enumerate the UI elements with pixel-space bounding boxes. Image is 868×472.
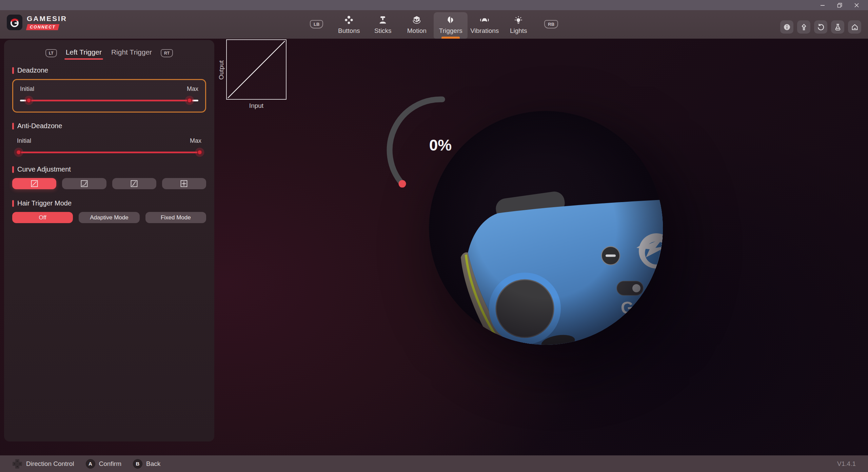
gauge-position-dot: [399, 180, 406, 188]
dpad-buttons-icon: [344, 15, 354, 25]
trigger-tab-bar: LT Left Trigger Right Trigger RT: [12, 40, 206, 59]
deadzone-highlight-box: Initial Max: [12, 79, 206, 113]
hair-trigger-section-title: Hair Trigger Mode: [12, 199, 206, 207]
hair-trigger-off-button[interactable]: Off: [12, 212, 73, 223]
section-marker: [12, 166, 14, 173]
response-curve-graph: Output Input: [218, 39, 287, 110]
tab-right-trigger[interactable]: Right Trigger: [111, 47, 153, 59]
tab-motion[interactable]: Motion: [400, 12, 434, 39]
brand-name: GAMESIR: [27, 15, 67, 23]
lt-badge: LT: [45, 49, 57, 57]
tab-vibrations[interactable]: Vibrations: [468, 12, 501, 39]
controller-render: G: [429, 111, 663, 345]
graph-x-axis-label: Input: [226, 102, 287, 110]
lab-test-button[interactable]: [831, 20, 844, 34]
anti-deadzone-max-handle[interactable]: [197, 150, 202, 155]
gamesir-logo: GAMESIR CONNECT: [7, 15, 67, 30]
minimize-button[interactable]: [819, 2, 826, 8]
section-label: Curve Adjustment: [17, 165, 71, 173]
rt-badge: RT: [161, 49, 173, 57]
triggers-icon: [446, 15, 455, 25]
tab-sticks[interactable]: Sticks: [366, 12, 400, 39]
tab-lights[interactable]: Lights: [501, 12, 535, 39]
info-button[interactable]: [780, 20, 793, 34]
tab-label: Triggers: [439, 27, 462, 35]
anti-deadzone-slider[interactable]: [16, 149, 202, 155]
hair-trigger-fixed-button[interactable]: Fixed Mode: [145, 212, 206, 223]
deadzone-initial-handle[interactable]: [26, 98, 32, 103]
curve-section-title: Curve Adjustment: [12, 165, 206, 173]
deadzone-section-title: Deadzone: [12, 66, 206, 74]
initial-label: Initial: [17, 137, 31, 144]
initial-label: Initial: [20, 85, 34, 93]
tab-label: Vibrations: [470, 27, 499, 35]
hint-label: Confirm: [99, 460, 122, 468]
light-bulb-icon: [514, 15, 523, 25]
max-label: Max: [187, 85, 198, 93]
hint-label: Back: [146, 460, 160, 468]
deadzone-slider-labels: Initial Max: [20, 85, 198, 93]
tab-left-trigger[interactable]: Left Trigger: [65, 47, 102, 59]
section-label: Anti-Deadzone: [17, 122, 62, 130]
firmware-update-button[interactable]: [797, 20, 810, 34]
close-button[interactable]: [853, 2, 860, 8]
hint-label: Direction Control: [26, 460, 74, 468]
main-nav: LB Buttons Sticks: [301, 12, 567, 39]
lb-badge: LB: [310, 20, 323, 28]
section-marker: [12, 67, 14, 74]
section-label: Hair Trigger Mode: [17, 199, 72, 207]
header-actions: [780, 20, 861, 34]
tab-buttons[interactable]: Buttons: [332, 12, 366, 39]
graph-plot-area: Input: [226, 39, 287, 110]
deadzone-max-handle[interactable]: [187, 98, 192, 103]
graph-plot: [226, 39, 287, 100]
trigger-settings-panel: LT Left Trigger Right Trigger RT Deadzon…: [4, 40, 214, 441]
app-header: GAMESIR CONNECT LB Buttons Sticks: [0, 10, 868, 39]
tab-label: Buttons: [338, 27, 360, 35]
curve-ease-button[interactable]: [62, 178, 106, 189]
anti-deadzone-slider-track[interactable]: [16, 152, 202, 153]
vibration-icon: [479, 15, 490, 25]
tab-label: Lights: [510, 27, 527, 35]
anti-deadzone-initial-handle[interactable]: [16, 150, 21, 155]
curve-linear-button[interactable]: [12, 178, 56, 189]
section-marker: [12, 200, 14, 207]
brand-subtitle: CONNECT: [26, 24, 59, 30]
hair-trigger-options-row: Off Adaptive Mode Fixed Mode: [12, 212, 206, 223]
curve-options-row: [12, 178, 206, 189]
home-button[interactable]: [848, 20, 861, 34]
section-label: Deadzone: [17, 66, 48, 74]
curve-custom-button[interactable]: [162, 178, 206, 189]
deadzone-slider[interactable]: [20, 97, 198, 103]
restore-button[interactable]: [836, 2, 843, 8]
controller-preview: G: [429, 111, 663, 345]
deadzone-slider-track[interactable]: [20, 100, 198, 101]
app-version: V1.4.1: [837, 460, 856, 468]
window-titlebar: [0, 0, 868, 10]
joystick-icon: [378, 15, 388, 25]
hint-direction-control: Direction Control: [12, 459, 74, 469]
motion-cube-icon: [412, 15, 421, 25]
anti-deadzone-section-title: Anti-Deadzone: [12, 122, 206, 130]
a-button-badge: A: [86, 459, 95, 469]
reset-button[interactable]: [814, 20, 827, 34]
graph-y-axis-label: Output: [218, 39, 225, 100]
tab-label: Motion: [407, 27, 427, 35]
curve-s-curve-button[interactable]: [112, 178, 156, 189]
anti-deadzone-slider-labels: Initial Max: [12, 137, 206, 144]
hint-back: B Back: [133, 459, 160, 469]
footer-hint-bar: Direction Control A Confirm B Back V1.4.…: [0, 455, 868, 472]
rb-badge: RB: [544, 20, 558, 28]
brand-text: GAMESIR CONNECT: [27, 15, 67, 30]
tab-label: Sticks: [374, 27, 392, 35]
b-button-badge: B: [133, 459, 142, 469]
hint-confirm: A Confirm: [86, 459, 122, 469]
tab-triggers[interactable]: Triggers: [434, 12, 468, 39]
max-label: Max: [190, 137, 201, 144]
dpad-icon: [12, 459, 22, 469]
section-marker: [12, 123, 14, 130]
hair-trigger-adaptive-button[interactable]: Adaptive Mode: [79, 212, 139, 223]
gamesir-logo-icon: [7, 15, 22, 30]
